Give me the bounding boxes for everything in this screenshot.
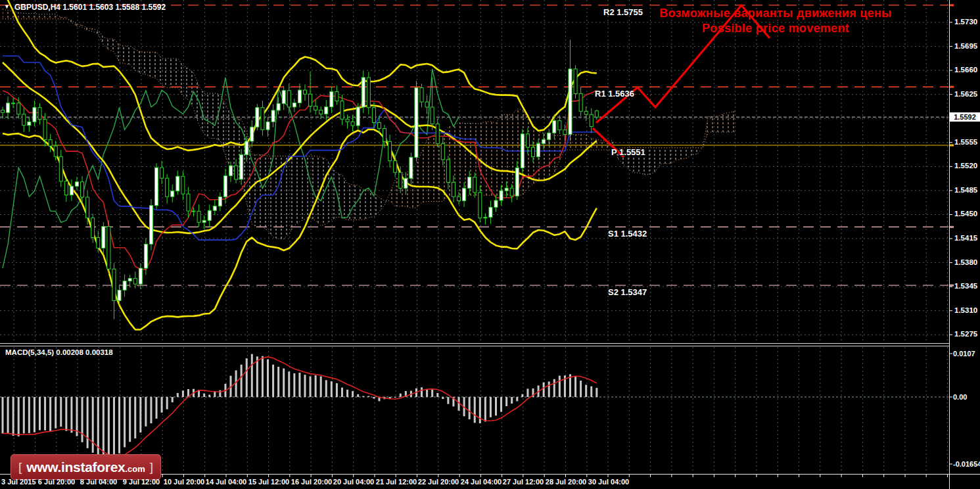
price-tick-label: 1.5380 [954, 259, 977, 267]
chart-title: GBPUSD,H4 1.5601 1.5603 1.5588 1.5592 [14, 3, 166, 11]
pivot-label-r1: R1 1.5636 [595, 89, 634, 98]
price-tick-label: 1.5520 [954, 163, 977, 171]
time-tick-label: 21 Jul 12:00 [376, 478, 417, 486]
macd-tick-label: 0.00 [953, 394, 967, 401]
time-tick-label: 9 Jul 12:00 [123, 478, 160, 486]
macd-tick-label: 0.0107 [953, 350, 975, 358]
watermark-tld: .com [125, 461, 145, 474]
time-tick-label: 27 Jul 12:00 [503, 478, 544, 486]
annotation-en: Possible price movement [651, 22, 900, 35]
time-tick-label: 24 Jul 04:00 [461, 478, 502, 486]
watermark-bracket-right: ] [145, 460, 158, 475]
price-tick-label: 1.5625 [954, 91, 977, 99]
pivot-label-r2: R2 1.5755 [603, 8, 643, 16]
macd-tick-label: -0.01654 [953, 461, 980, 468]
time-tick-label: 14 Jul 04:00 [206, 478, 246, 486]
time-tick-label: 30 Jul 04:00 [588, 478, 629, 486]
price-tick-label: 1.5415 [954, 235, 977, 243]
macd-indicator-label: MACD(5,34,5) 0.00208 0.00318 [5, 349, 113, 357]
price-tick-label: 1.5310 [954, 307, 977, 315]
time-tick-label: 22 Jul 20:00 [418, 478, 459, 486]
time-tick-label: 15 Jul 12:00 [248, 478, 289, 486]
price-tick-label: 1.5485 [954, 187, 977, 195]
time-tick-label: 28 Jul 20:00 [546, 478, 586, 486]
chart-canvas[interactable] [0, 0, 980, 489]
price-tick-label: 1.5555 [954, 139, 977, 147]
annotation-ru: Возможные варианты движения цены [651, 7, 900, 20]
time-tick-label: 8 Jul 04:00 [80, 478, 117, 486]
current-price-tag: 1.5592 [950, 112, 980, 122]
time-tick-label: 6 Jul 20:00 [38, 478, 75, 486]
price-tick-label: 1.5450 [954, 211, 977, 219]
pivot-label-s1: S1 1.5432 [608, 229, 647, 238]
watermark-bracket-left: [ [14, 460, 26, 475]
time-tick-label: 20 Jul 04:00 [333, 478, 374, 486]
price-tick-label: 1.5275 [954, 331, 977, 339]
pivot-label-s2: S2 1.5347 [608, 288, 647, 296]
price-tick-label: 1.5660 [954, 66, 977, 74]
pivot-label-p: P 1.5551 [611, 148, 645, 156]
time-tick-label: 10 Jul 20:00 [164, 478, 204, 486]
time-tick-label: 16 Jul 20:00 [291, 478, 332, 486]
watermark-domain: www.instaforex [26, 459, 125, 475]
trading-chart-window[interactable]: ▼ GBPUSD,H4 1.5601 1.5603 1.5588 1.5592 … [0, 0, 980, 489]
symbol-dropdown-icon[interactable]: ▼ [4, 4, 10, 10]
price-tick-label: 1.5345 [954, 283, 977, 291]
price-tick-label: 1.5695 [954, 43, 977, 51]
time-tick-label: 3 Jul 2015 [1, 478, 36, 486]
price-tick-label: 1.5730 [954, 18, 977, 26]
instaforex-watermark: [ www.instaforex .com ] [11, 454, 161, 480]
